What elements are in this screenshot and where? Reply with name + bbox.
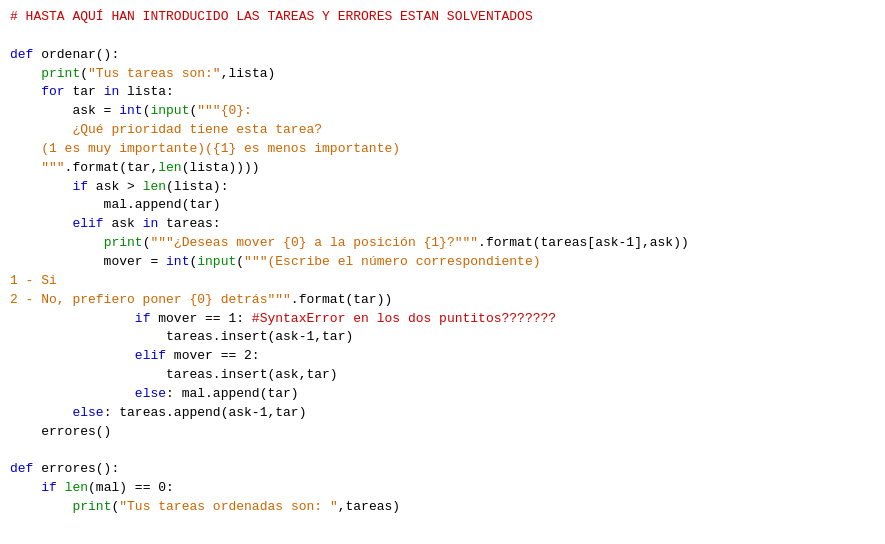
line-20: tareas.insert(ask,tar) [10, 366, 875, 385]
line-18: tareas.insert(ask-1,tar) [10, 328, 875, 347]
line-12: elif ask in tareas: [10, 215, 875, 234]
line-21: else: mal.append(tar) [10, 385, 875, 404]
line-10: if ask > len(lista): [10, 178, 875, 197]
line-9: """.format(tar,len(lista)))) [10, 159, 875, 178]
line-24 [10, 441, 875, 460]
line-16: 2 - No, prefiero poner {0} detrás""".for… [10, 291, 875, 310]
line-5: for tar in lista: [10, 83, 875, 102]
line-6: ask = int(input("""{0}: [10, 102, 875, 121]
line-14: mover = int(input("""(Escribe el número … [10, 253, 875, 272]
line-4: print("Tus tareas son:",lista) [10, 65, 875, 84]
line-17: if mover == 1: #SyntaxError en los dos p… [10, 310, 875, 329]
line-8: (1 es muy importante)({1} es menos impor… [10, 140, 875, 159]
line-27: print("Tus tareas ordenadas son: ",tarea… [10, 498, 875, 517]
line-2 [10, 27, 875, 46]
line-1: # HASTA AQUÍ HAN INTRODUCIDO LAS TAREAS … [10, 8, 875, 27]
line-15: 1 - Si [10, 272, 875, 291]
code-editor: # HASTA AQUÍ HAN INTRODUCIDO LAS TAREAS … [0, 0, 885, 544]
line-26: if len(mal) == 0: [10, 479, 875, 498]
line-22: else: tareas.append(ask-1,tar) [10, 404, 875, 423]
line-19: elif mover == 2: [10, 347, 875, 366]
line-3: def ordenar(): [10, 46, 875, 65]
line-23: errores() [10, 423, 875, 442]
line-13: print("""¿Deseas mover {0} a la posición… [10, 234, 875, 253]
line-7: ¿Qué prioridad tiene esta tarea? [10, 121, 875, 140]
line-25: def errores(): [10, 460, 875, 479]
line-11: mal.append(tar) [10, 196, 875, 215]
